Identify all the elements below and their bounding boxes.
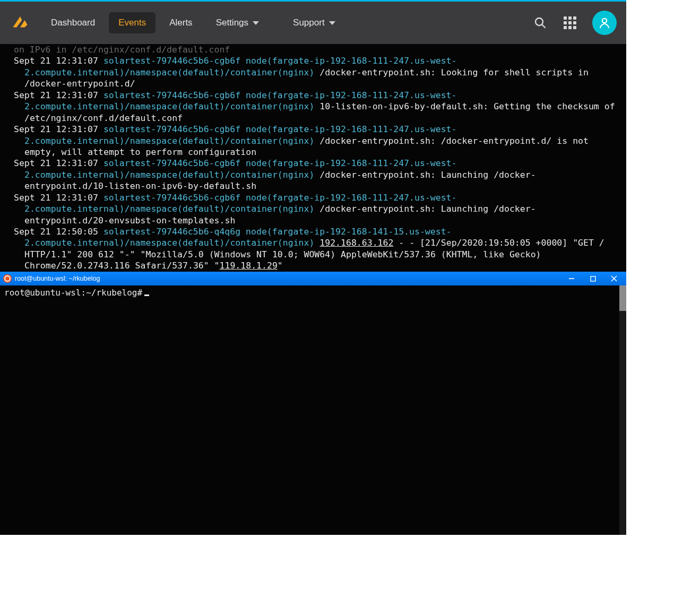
log-output[interactable]: on IPv6 in /etc/nginx/conf.d/default.con…: [0, 44, 626, 272]
log-viewer-app: Dashboard Events Alerts Settings Support: [0, 0, 626, 272]
log-line: Sept 21 12:31:07 solartest-797446c5b6-cg…: [14, 90, 616, 124]
log-line: Sept 21 12:50:05 solartest-797446c5b6-q4…: [14, 226, 616, 272]
minimize-button[interactable]: [563, 273, 581, 284]
log-line: Sept 21 12:31:07 solartest-797446c5b6-cg…: [14, 158, 616, 192]
window-title: root@ubuntu-wsl: ~/rkubelog: [15, 275, 100, 282]
terminal-body[interactable]: root@ubuntu-wsl:~/rkubelog#: [0, 285, 626, 535]
ip-link[interactable]: 119.18.1.29: [220, 261, 278, 271]
nav-support[interactable]: Support: [283, 12, 345, 33]
log-line: Sept 21 12:31:07 solartest-797446c5b6-cg…: [14, 55, 616, 89]
terminal-prompt: root@ubuntu-wsl:~/rkubelog#: [4, 288, 142, 298]
search-icon: [534, 16, 547, 29]
nav-label: Settings: [216, 18, 248, 28]
scrollbar-track[interactable]: [619, 285, 626, 535]
svg-line-1: [542, 24, 545, 28]
maximize-icon: [590, 276, 596, 282]
chevron-down-icon: [253, 21, 259, 25]
nav-settings[interactable]: Settings: [206, 12, 269, 33]
terminal-window: root@ubuntu-wsl: ~/rkubelog root@ubuntu-…: [0, 272, 626, 535]
cursor: [144, 294, 149, 296]
nav-label: Support: [293, 18, 325, 28]
apps-button[interactable]: [557, 10, 583, 36]
log-line-cutoff: on IPv6 in /etc/nginx/conf.d/default.con…: [14, 44, 616, 55]
apps-grid-icon: [564, 16, 576, 29]
svg-point-2: [602, 19, 607, 23]
nav-label: Events: [118, 18, 146, 28]
user-avatar[interactable]: [592, 11, 617, 35]
ip-link[interactable]: 192.168.63.162: [319, 238, 393, 248]
maximize-button[interactable]: [584, 273, 602, 284]
log-line: Sept 21 12:31:07 solartest-797446c5b6-cg…: [14, 124, 616, 158]
minimize-icon: [568, 275, 575, 282]
user-icon: [598, 16, 611, 29]
log-line: Sept 21 12:31:07 solartest-797446c5b6-cg…: [14, 192, 616, 226]
nav-events[interactable]: Events: [109, 12, 155, 33]
scrollbar-thumb[interactable]: [619, 285, 626, 311]
navbar: Dashboard Events Alerts Settings Support: [0, 2, 626, 44]
nav-label: Alerts: [169, 18, 192, 28]
close-icon: [611, 275, 617, 282]
svg-rect-4: [591, 276, 595, 281]
close-button[interactable]: [605, 273, 623, 284]
chevron-down-icon: [329, 21, 335, 25]
search-button[interactable]: [528, 10, 553, 36]
nav-dashboard[interactable]: Dashboard: [41, 12, 105, 33]
ubuntu-icon: [3, 274, 12, 283]
nav-alerts[interactable]: Alerts: [160, 12, 202, 33]
window-titlebar[interactable]: root@ubuntu-wsl: ~/rkubelog: [0, 272, 626, 285]
nav-label: Dashboard: [51, 18, 95, 28]
solarwinds-logo-icon[interactable]: [10, 12, 31, 33]
